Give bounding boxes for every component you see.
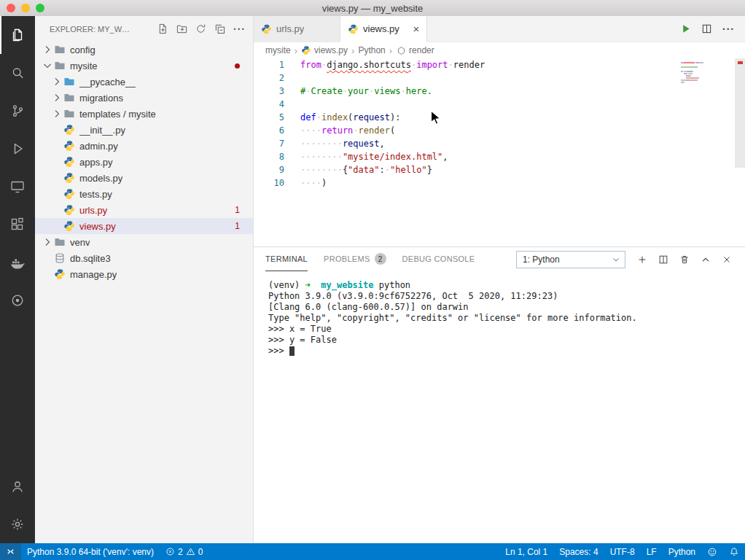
new-file-button[interactable] <box>157 23 168 34</box>
activitybar-extensions[interactable] <box>0 206 35 244</box>
chevron-right-icon[interactable] <box>41 236 54 248</box>
chevron-down-icon[interactable] <box>42 59 53 72</box>
tree-item-manage-py[interactable]: manage.py <box>35 266 253 282</box>
code-line-7[interactable]: 7········request, <box>254 137 745 150</box>
extensions-icon <box>9 216 26 233</box>
encoding[interactable]: UTF-8 <box>604 543 641 560</box>
workbench: EXPLORER: MY_W… ··· configmysite__pycach… <box>0 16 745 543</box>
close-tab-icon[interactable]: × <box>410 23 422 35</box>
tree-item-templates-mysite[interactable]: templates / mysite <box>35 106 253 122</box>
activitybar-explorer[interactable] <box>0 16 35 54</box>
tree-item-admin-py[interactable]: admin.py <box>35 138 253 154</box>
breadcrumb-views-py[interactable]: views.py <box>301 45 348 55</box>
python-file-icon <box>54 268 66 280</box>
language-mode[interactable]: Python <box>663 543 701 560</box>
cursor-position[interactable]: Ln 1, Col 1 <box>499 543 553 560</box>
collapse-all-button[interactable] <box>214 23 225 34</box>
code-token: "data" <box>348 165 379 175</box>
line-number: 5 <box>254 111 284 124</box>
new-terminal-button[interactable] <box>637 254 647 265</box>
terminal-line: >>> x = True <box>268 324 745 335</box>
new-folder-button[interactable] <box>176 23 187 34</box>
code-token: django.shortcuts <box>327 60 411 70</box>
chevron-right-icon[interactable] <box>50 92 63 104</box>
code-line-8[interactable]: 8········"mysite/index.html", <box>254 150 745 163</box>
file-name: __init__.py <box>79 125 125 136</box>
notifications-bell-button[interactable] <box>723 543 745 560</box>
activitybar-docker[interactable] <box>0 244 35 281</box>
zoom-window-button[interactable] <box>36 4 44 12</box>
activitybar-manage[interactable] <box>0 505 35 543</box>
tree-item-db-sqlite3[interactable]: db.sqlite3 <box>35 250 253 266</box>
close-panel-button[interactable] <box>722 254 732 265</box>
feedback-button[interactable] <box>701 543 723 560</box>
minimize-window-button[interactable] <box>21 4 30 12</box>
tree-item-pycache[interactable]: __pycache__ <box>35 74 253 90</box>
run-button[interactable] <box>680 23 691 34</box>
file-name: views.py <box>79 221 116 232</box>
explorer-sidebar: EXPLORER: MY_W… ··· configmysite__pycach… <box>35 16 254 543</box>
chevron-right-icon[interactable] <box>50 108 63 120</box>
refresh-button[interactable] <box>195 23 206 34</box>
python-interpreter-status[interactable]: Python 3.9.0 64-bit ('venv': venv) <box>21 543 160 560</box>
breadcrumb-mysite[interactable]: mysite <box>265 45 291 55</box>
remote-icon <box>5 546 16 557</box>
panel-tab-terminal[interactable]: TERMINAL <box>265 247 308 271</box>
code-line-1[interactable]: 1from·django.shortcuts·import·render <box>254 58 745 71</box>
close-window-button[interactable] <box>7 4 15 12</box>
activitybar-search[interactable] <box>0 54 35 92</box>
minimap[interactable] <box>681 62 732 84</box>
code-line-6[interactable]: 6····return·render( <box>254 124 745 137</box>
panel-tab-label: PROBLEMS <box>324 254 370 263</box>
minimap-line <box>681 69 732 70</box>
code-line-9[interactable]: 9········{"data":·"hello"} <box>254 163 745 176</box>
crumb-label: render <box>409 45 434 55</box>
tab-views-py[interactable]: views.py× <box>340 16 427 42</box>
maximize-panel-button[interactable] <box>701 254 711 265</box>
activitybar-live-share[interactable] <box>0 281 35 319</box>
tree-item-urls-py[interactable]: urls.py1 <box>35 202 253 218</box>
remote-indicator[interactable] <box>0 543 21 560</box>
breadcrumb-separator: › <box>351 45 354 56</box>
split-editor-button[interactable] <box>701 23 712 34</box>
panel-tab-debug-console[interactable]: DEBUG CONSOLE <box>402 247 475 271</box>
code-token: ·render <box>448 60 485 70</box>
more-button[interactable]: ··· <box>233 26 246 33</box>
tab-urls-py[interactable]: urls.py <box>254 16 340 42</box>
chevron-right-icon[interactable] <box>41 44 54 55</box>
tree-item-migrations[interactable]: migrations <box>35 90 253 106</box>
tree-item-models-py[interactable]: models.py <box>35 170 253 186</box>
editor-code-area[interactable]: 1from·django.shortcuts·import·render23#·… <box>254 58 745 246</box>
split-terminal-button[interactable] <box>658 254 668 265</box>
code-line-2[interactable]: 2 <box>254 71 745 85</box>
activitybar-accounts[interactable] <box>0 467 35 505</box>
tree-item-tests-py[interactable]: tests.py <box>35 186 253 202</box>
tree-item-views-py[interactable]: views.py1 <box>35 218 253 234</box>
tree-item-venv[interactable]: venv <box>35 234 253 250</box>
problems-status[interactable]: 2 0 <box>160 543 208 560</box>
indentation[interactable]: Spaces: 4 <box>553 543 604 560</box>
activitybar-source-control[interactable] <box>0 92 35 130</box>
more-button[interactable]: ··· <box>722 26 735 33</box>
code-line-10[interactable]: 10····) <box>254 176 745 190</box>
code-line-4[interactable]: 4 <box>254 98 745 111</box>
breadcrumb-python[interactable]: Python <box>358 45 385 55</box>
activitybar-run-and-debug[interactable] <box>0 130 35 168</box>
editor-scrollbar[interactable] <box>735 58 745 168</box>
activitybar-remote-explorer[interactable] <box>0 168 35 206</box>
terminal-output[interactable]: (venv) ➜ my_website pythonPython 3.9.0 (… <box>254 271 745 543</box>
panel-tab-problems[interactable]: PROBLEMS2 <box>324 247 386 271</box>
tree-item-mysite[interactable]: mysite <box>35 58 253 74</box>
code-line-5[interactable]: 5def·index(request): <box>254 111 745 124</box>
minimap-line <box>681 62 732 63</box>
breadcrumb-render[interactable]: render <box>396 45 434 55</box>
tree-item-apps-py[interactable]: apps.py <box>35 154 253 170</box>
chevron-right-icon[interactable] <box>50 76 63 88</box>
tree-item-init-py[interactable]: __init__.py <box>35 122 253 138</box>
eol[interactable]: LF <box>641 543 663 560</box>
tree-item-config[interactable]: config <box>35 42 253 58</box>
terminal-selector-dropdown[interactable]: 1: Python <box>516 251 625 268</box>
code-line-3[interactable]: 3#·Create·your·views·here. <box>254 85 745 98</box>
code-token: · <box>316 112 321 122</box>
kill-terminal-button[interactable] <box>679 254 690 265</box>
